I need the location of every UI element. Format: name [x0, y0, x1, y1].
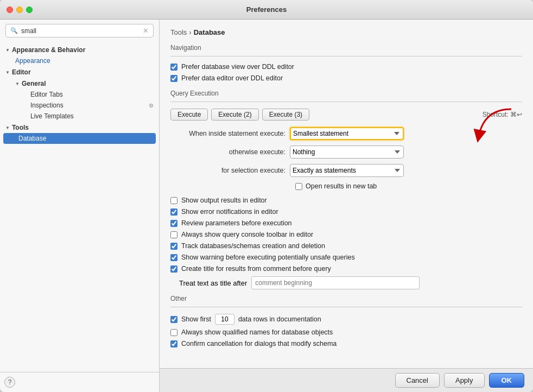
checkbox-track-db: Track databases/schemas creation and del…: [170, 242, 522, 250]
sidebar-item-label: Appearance & Behavior: [12, 46, 85, 54]
breadcrumb-parent: Tools: [170, 28, 187, 36]
breadcrumb-separator: ›: [189, 28, 191, 36]
execute2-button[interactable]: Execute (2): [211, 109, 258, 121]
checkbox-review-params: Review parameters before execution: [170, 219, 522, 227]
checkbox-always-toolbar-input[interactable]: [170, 231, 177, 238]
sidebar-item-editor-tabs[interactable]: Editor Tabs: [0, 89, 159, 100]
treat-text-label: Treat text as title after: [179, 279, 247, 287]
execute3-button[interactable]: Execute (3): [262, 109, 309, 121]
breadcrumb: Tools › Database: [170, 28, 522, 36]
cancel-button[interactable]: Cancel: [395, 373, 440, 388]
footer: Cancel Apply OK: [160, 368, 533, 392]
sidebar-item-badge: ⚙: [149, 103, 154, 109]
open-results-checkbox[interactable]: [295, 183, 302, 190]
for-selection-label: for selection execute:: [170, 167, 290, 174]
execute-button[interactable]: Execute: [170, 109, 208, 121]
other-section: Other Show first data rows in documentat…: [170, 295, 522, 347]
sidebar: 🔍 ✕ ▼ Appearance & Behavior Appearance ▼…: [0, 20, 160, 392]
sidebar-item-appearance[interactable]: Appearance: [0, 55, 159, 66]
checkbox-track-db-input[interactable]: [170, 243, 177, 250]
otherwise-select[interactable]: Nothing Largest statement All statements: [290, 146, 404, 159]
preferences-window: Preferences 🔍 ✕ ▼ Appearance & Behavior …: [0, 0, 533, 392]
treat-text-input[interactable]: [251, 276, 420, 289]
sidebar-item-label: Live Templates: [30, 112, 74, 120]
sidebar-item-label: Tools: [12, 124, 29, 131]
sidebar-item-label: Appearance: [15, 57, 50, 65]
search-box[interactable]: 🔍 ✕: [5, 24, 154, 37]
checkbox-show-error: Show error notifications in editor: [170, 208, 522, 216]
sidebar-section-tools[interactable]: ▼ Tools: [0, 122, 159, 133]
sidebar-item-label: Editor: [12, 68, 31, 76]
apply-button[interactable]: Apply: [444, 373, 485, 388]
checkbox-show-warning-input[interactable]: [170, 254, 177, 261]
checkbox-prefer-db-view-input[interactable]: [170, 64, 177, 71]
when-inside-form-row: When inside statement execute: Smallest …: [170, 127, 522, 140]
checkbox-show-error-input[interactable]: [170, 208, 177, 216]
checkbox-prefer-data-editor: Prefer data editor over DDL editor: [170, 74, 522, 82]
show-first-prefix: Show first: [181, 315, 211, 323]
navigation-section-label: Navigation: [170, 44, 522, 52]
window-title: Preferences: [246, 5, 287, 14]
checkbox-prefer-db-view-label: Prefer database view over DDL editor: [181, 63, 294, 71]
search-clear-icon[interactable]: ✕: [143, 27, 149, 35]
sidebar-item-label: Inspections: [30, 102, 64, 109]
sidebar-section-editor[interactable]: ▼ Editor: [0, 66, 159, 78]
sidebar-bottom: ?: [0, 372, 159, 392]
checkbox-always-qualified-label: Always show qualified names for database…: [181, 328, 333, 336]
query-execution-label: Query Execution: [170, 90, 522, 97]
navigation-divider: [170, 56, 522, 56]
title-bar: Preferences: [0, 0, 533, 20]
checkbox-always-toolbar: Always show query console toolbar in edi…: [170, 231, 522, 238]
other-section-divider: [170, 307, 522, 307]
checkbox-prefer-data-editor-label: Prefer data editor over DDL editor: [181, 74, 283, 82]
checkbox-always-toolbar-label: Always show query console toolbar in edi…: [181, 231, 313, 238]
checkbox-show-output: Show output results in editor: [170, 197, 522, 204]
sidebar-item-label: Editor Tabs: [30, 91, 63, 98]
open-results-label: Open results in new tab: [306, 182, 377, 190]
search-icon: 🔍: [10, 27, 18, 34]
sidebar-item-label: General: [22, 80, 46, 87]
collapse-icon: ▼: [5, 125, 10, 130]
search-input[interactable]: [21, 27, 139, 35]
checkbox-prefer-db-view: Prefer database view over DDL editor: [170, 63, 522, 71]
show-first-suffix: data rows in documentation: [238, 315, 321, 323]
sidebar-section-appearance-behavior[interactable]: ▼ Appearance & Behavior: [0, 44, 159, 55]
for-selection-form-row: for selection execute: Exactly as statem…: [170, 164, 522, 177]
content-area: Tools › Database Navigation Prefer datab…: [160, 20, 533, 368]
collapse-icon: ▼: [5, 48, 10, 53]
minimize-button[interactable]: [16, 7, 23, 13]
sidebar-item-live-templates[interactable]: Live Templates: [0, 111, 159, 122]
checkbox-prefer-data-editor-input[interactable]: [170, 75, 177, 82]
maximize-button[interactable]: [26, 7, 33, 13]
sidebar-item-label: Database: [18, 135, 46, 142]
query-execution-divider: [170, 102, 522, 102]
exec-buttons-row: Execute Execute (2) Execute (3) Shortcut…: [170, 109, 522, 121]
show-first-checkbox[interactable]: [170, 316, 177, 323]
checkbox-create-title-input[interactable]: [170, 265, 177, 273]
show-first-number-input[interactable]: [215, 314, 234, 325]
for-selection-select[interactable]: Exactly as statements Smallest statement…: [290, 164, 404, 177]
checkbox-show-output-input[interactable]: [170, 197, 177, 204]
collapse-icon: ▼: [5, 70, 10, 75]
other-section-label: Other: [170, 295, 522, 302]
close-button[interactable]: [7, 7, 13, 13]
sidebar-item-database[interactable]: Database: [3, 133, 156, 144]
sidebar-item-inspections[interactable]: Inspections ⚙: [0, 100, 159, 111]
help-button[interactable]: ?: [4, 377, 15, 388]
collapse-icon: ▼: [15, 81, 20, 86]
checkbox-confirm-cancellation-input[interactable]: [170, 340, 177, 347]
main-content: 🔍 ✕ ▼ Appearance & Behavior Appearance ▼…: [0, 20, 533, 392]
breadcrumb-current: Database: [194, 28, 225, 36]
checkbox-review-params-input[interactable]: [170, 220, 177, 227]
traffic-lights: [7, 7, 33, 13]
checkbox-create-title: Create title for results from comment be…: [170, 265, 522, 273]
otherwise-label: otherwise execute:: [170, 148, 290, 156]
show-first-row: Show first data rows in documentation: [170, 314, 522, 325]
checkbox-confirm-cancellation: Confirm cancellation for dialogs that mo…: [170, 340, 522, 347]
when-inside-select[interactable]: Smallest statement Largest statement All…: [290, 127, 404, 140]
sidebar-section-general[interactable]: ▼ General: [0, 78, 159, 89]
otherwise-form-row: otherwise execute: Nothing Largest state…: [170, 146, 522, 159]
shortcut-label: Shortcut: ⌘↩: [483, 111, 522, 118]
ok-button[interactable]: OK: [489, 373, 525, 388]
checkbox-always-qualified-input[interactable]: [170, 329, 177, 336]
